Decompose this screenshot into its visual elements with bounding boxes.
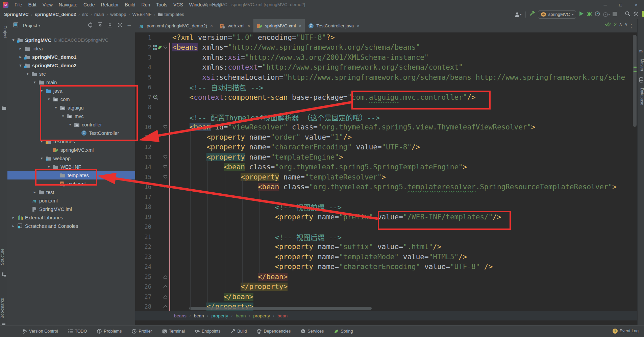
breadcrumb-springmvc-demo2[interactable]: springMVC_demo2	[35, 12, 76, 17]
tree-item-testcontroller[interactable]: CTestController	[7, 129, 135, 137]
tab-pom-xml-springmvc-demo2[interactable]: mpom.xml (springMVC_demo2)×	[135, 19, 216, 32]
code-line-8[interactable]: 8	[135, 102, 637, 113]
fold-open-icon[interactable]	[163, 175, 168, 179]
fold-close-icon[interactable]	[163, 295, 168, 299]
tree-item-main[interactable]: ▾main	[7, 78, 135, 87]
menu-edit[interactable]: Edit	[25, 2, 40, 7]
expand-all-icon[interactable]	[98, 22, 103, 28]
tab-close-icon[interactable]: ×	[247, 23, 250, 28]
tree-item-springmvc-iml[interactable]: SpringMVC.iml	[7, 205, 135, 213]
menu-tools[interactable]: Tools	[153, 2, 170, 7]
menu-file[interactable]: File	[11, 2, 25, 7]
breadcrumb-springmvc[interactable]: SpringMVC	[4, 12, 29, 17]
tree-item-java[interactable]: ▾java	[7, 87, 135, 95]
code-line-9[interactable]: 9 <!-- 配置Thymeleaf视图解析器 （这个是固定的哦）-->	[135, 112, 637, 122]
inspection-stripe-mark[interactable]	[634, 71, 637, 72]
project-folder-icon[interactable]	[1, 105, 6, 112]
tree-item-controller[interactable]: ▾controller	[7, 120, 135, 129]
debug-button[interactable]	[587, 11, 592, 18]
menu-view[interactable]: View	[40, 2, 56, 7]
breadcrumb-web-inf[interactable]: WEB-INF	[132, 12, 152, 17]
code-line-3[interactable]: 3 xmlns:xsi="http://www.w3.org/2001/XMLS…	[135, 52, 637, 63]
tree-chevron-icon[interactable]: ▾	[24, 72, 31, 76]
xml-breadcrumb-bean[interactable]: bean	[277, 313, 288, 318]
build-project-button[interactable]	[529, 11, 535, 18]
code-line-11[interactable]: 11 <property name="order" value="1"/>	[135, 132, 637, 142]
code-line-22[interactable]: 22 <property name="suffix" value=".html"…	[135, 242, 637, 252]
code-line-18[interactable]: 18 <!-- 视图前缀 -->	[135, 202, 637, 212]
xml-breadcrumb-beans[interactable]: beans	[174, 313, 187, 318]
tab-springmvc-xml[interactable]: springMVC.xml×	[253, 19, 305, 32]
run-configuration-select[interactable]: springMVC▾	[538, 10, 576, 19]
user-account-button[interactable]: ▾	[514, 12, 522, 17]
profiler-button[interactable]	[595, 11, 600, 18]
tab-testcontroller-java[interactable]: CTestController.java×	[305, 19, 363, 32]
project-panel-dropdown-icon[interactable]: ▾	[39, 24, 40, 27]
run-button[interactable]	[579, 11, 584, 18]
stop-button[interactable]	[613, 11, 617, 18]
maven-strip-icon[interactable]: m	[639, 48, 643, 54]
menu-navigate[interactable]: Navigate	[56, 2, 80, 7]
statusbar-profiler[interactable]: Profiler	[132, 329, 152, 334]
breadcrumb-webapp[interactable]: webapp	[110, 12, 126, 17]
menu-code[interactable]: Code	[80, 2, 98, 7]
fold-open-icon[interactable]	[163, 165, 168, 169]
tree-item-mvc[interactable]: ▾mvc	[7, 112, 135, 120]
statusbar-problems[interactable]: Problems	[97, 329, 122, 334]
tree-item-pom-xml[interactable]: mpom.xml	[7, 196, 135, 205]
inspection-stripe-mark[interactable]	[634, 67, 637, 68]
tree-chevron-icon[interactable]: ▸	[17, 46, 24, 51]
tool-strip-structure[interactable]: Structure	[0, 245, 7, 269]
code-line-20[interactable]: 20	[135, 222, 637, 232]
tool-strip-project[interactable]: Project	[0, 22, 7, 42]
tab-close-icon[interactable]: ×	[357, 23, 360, 28]
collapse-all-icon[interactable]	[107, 22, 113, 28]
search-everywhere-button[interactable]	[625, 11, 630, 18]
locate-file-icon[interactable]	[88, 22, 93, 29]
code-line-25[interactable]: 25 </bean>	[135, 272, 637, 282]
tree-item-webapp[interactable]: ▾webapp	[7, 154, 135, 163]
project-panel-title[interactable]: Project	[23, 23, 37, 28]
menu-run[interactable]: Run	[139, 2, 153, 7]
horizontal-scrollbar[interactable]	[189, 307, 372, 310]
statusbar-endpoints[interactable]: Endpoints	[195, 329, 221, 334]
tree-item-test[interactable]: ▸test	[7, 188, 135, 196]
code-line-15[interactable]: 15 <property name="templateResolver">	[135, 172, 637, 182]
tree-item-external-libraries[interactable]: ▸External Libraries	[7, 213, 135, 222]
fold-close-icon[interactable]	[163, 275, 168, 279]
fold-close-icon[interactable]	[163, 305, 168, 309]
event-log[interactable]: 1 Event Log	[613, 325, 639, 337]
next-problem-icon[interactable]: ∨	[624, 22, 628, 27]
tree-chevron-icon[interactable]: ▸	[10, 215, 17, 220]
tree-item-springmvc-xml[interactable]: springMVC.xml	[7, 146, 135, 154]
fold-open-icon[interactable]	[163, 155, 168, 159]
tree-item-idea[interactable]: ▸.idea	[7, 44, 135, 53]
fold-open-icon[interactable]	[163, 125, 168, 129]
code-line-4[interactable]: 4 xmlns:context="http://www.springframew…	[135, 63, 637, 73]
statusbar-version-control[interactable]: Version Control	[22, 329, 58, 334]
xml-breadcrumb-bean[interactable]: bean	[194, 313, 204, 318]
xml-breadcrumb-property[interactable]: property	[253, 313, 270, 318]
coverage-button[interactable]: ▾	[603, 12, 610, 17]
code-line-16[interactable]: 16 <bean class="org.thymeleaf.spring5.te…	[135, 182, 637, 192]
menu-vcs[interactable]: VCS	[170, 2, 186, 7]
code-line-26[interactable]: 26 </property>	[135, 282, 637, 292]
structure-icon[interactable]	[1, 272, 6, 278]
xml-breadcrumb-bean[interactable]: bean	[236, 313, 246, 318]
window-close-button[interactable]: ×	[628, 0, 644, 9]
tree-chevron-icon[interactable]: ▾	[17, 63, 24, 68]
code-line-19[interactable]: 19 <property name="prefix" value="/WEB-I…	[135, 212, 637, 222]
tree-chevron-icon[interactable]: ▸	[31, 190, 38, 194]
code-line-17[interactable]: 17	[135, 192, 637, 202]
tree-chevron-icon[interactable]: ▸	[10, 224, 17, 228]
settings-button[interactable]	[633, 11, 639, 18]
tree-item-resources[interactable]: ▾resources	[7, 137, 135, 146]
tree-item-com[interactable]: ▾com	[7, 95, 135, 103]
vertical-scrollbar[interactable]	[633, 35, 637, 127]
hide-panel-icon[interactable]: ─	[127, 23, 131, 28]
tool-strip-bookmarks[interactable]: Bookmarks	[0, 295, 7, 322]
tab-close-icon[interactable]: ×	[299, 23, 302, 28]
tree-item-web-inf[interactable]: ▾WEB-INF	[7, 163, 135, 171]
tree-item-atguigu[interactable]: ▾atguigu	[7, 103, 135, 112]
statusbar-spring[interactable]: Spring	[334, 329, 353, 334]
